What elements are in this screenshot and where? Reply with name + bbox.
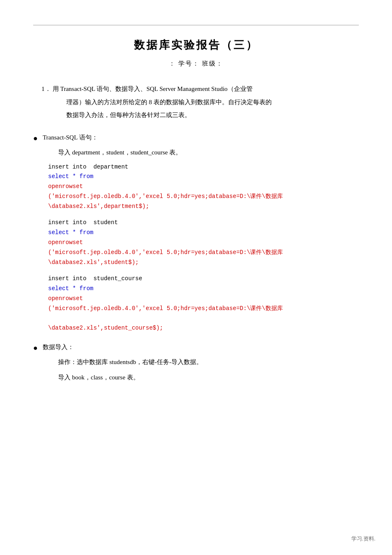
code-line-1-3: openrowset — [48, 182, 359, 192]
code-line-2-3: openrowset — [48, 238, 359, 248]
bullet-title-1: ● Transact-SQL 语句： — [33, 134, 359, 143]
code-block-student-course: insert into student_course select * from… — [33, 274, 359, 333]
section1-intro: 1．用 Transact-SQL 语句、数据导入、SQL Server Mana… — [33, 83, 359, 122]
section1-line2: 理器）输入的方法对所给定的 8 表的数据输入到数据库中。自行决定每表的 — [41, 96, 359, 109]
code-line-3-6: \database2.xls',student_course$); — [48, 323, 359, 333]
watermark: 学习.资料. — [351, 535, 376, 543]
bullet2-description-line1: 操作：选中数据库 studentsdb，右键-任务-导入数据。 — [33, 357, 359, 368]
section1-line1: 用 Transact-SQL 语句、数据导入、SQL Server Manage… — [53, 86, 253, 92]
section1-number: 1． — [41, 86, 51, 92]
bullet-title-2: ● 数据导入： — [33, 343, 359, 352]
code-line-2-1: insert into student — [48, 218, 359, 228]
page-container: 数据库实验报告（三） ： 学号： 班级： 1．用 Transact-SQL 语句… — [0, 0, 392, 555]
bullet-section-1: ● Transact-SQL 语句： 导入 department，student… — [33, 134, 359, 334]
code-block-department: insert into department select * from ope… — [33, 162, 359, 212]
code-line-3-5 — [48, 314, 359, 324]
student-info: ： 学号： 班级： — [33, 60, 359, 68]
code-line-3-4: ('microsoft.jep.oledb.4.0','excel 5.0;hd… — [48, 304, 359, 314]
code-line-3-1: insert into student_course — [48, 274, 359, 284]
code-line-1-5: \database2.xls',department$); — [48, 202, 359, 212]
bullet-dot-1: ● — [33, 134, 38, 143]
bullet-label-2: 数据导入： — [43, 343, 74, 351]
bullet-label-1: Transact-SQL 语句： — [43, 134, 98, 142]
code-line-1-4: ('microsoft.jep.oledb.4.0','excel 5.0;hd… — [48, 192, 359, 202]
page-title: 数据库实验报告（三） — [33, 38, 359, 52]
top-border-line — [33, 25, 359, 25]
code-line-1-2: select * from — [48, 172, 359, 182]
bullet2-description-line2: 导入 book，class，course 表。 — [33, 372, 359, 383]
code-line-3-3: openrowset — [48, 294, 359, 304]
code-block-student: insert into student select * from openro… — [33, 218, 359, 267]
section1-line3: 数据导入办法，但每种方法各针对二或三表。 — [41, 109, 359, 122]
code-line-3-2: select * from — [48, 284, 359, 294]
code-line-2-5: \database2.xls',student$); — [48, 258, 359, 268]
code-line-2-4: ('microsoft.jep.oledb.4.0','excel 5.0;hd… — [48, 248, 359, 258]
bullet-section-2: ● 数据导入： 操作：选中数据库 studentsdb，右键-任务-导入数据。 … — [33, 343, 359, 383]
code-line-1-1: insert into department — [48, 162, 359, 172]
bullet1-description: 导入 department，student，student_course 表。 — [33, 147, 359, 158]
bullet-dot-2: ● — [33, 344, 38, 352]
code-line-2-2: select * from — [48, 228, 359, 238]
